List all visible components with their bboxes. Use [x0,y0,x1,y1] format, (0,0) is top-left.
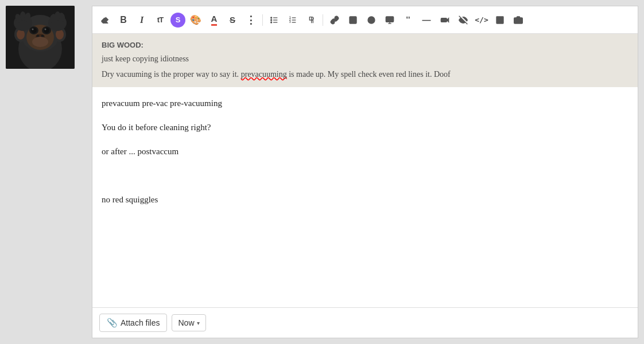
quote-line2-prefix: Dry vacuuming is the proper way to say i… [102,70,241,79]
svg-point-12 [32,29,34,30]
font-color-button[interactable]: A [206,12,222,28]
editor-para-3: or after ... postvaccum [102,144,629,158]
hide-button[interactable] [455,12,471,28]
table-button[interactable] [492,12,508,28]
strikethrough-button[interactable]: S [224,12,240,28]
media-button[interactable] [382,12,398,28]
editor-panel: B I tT S 🎨 A S ⋮ [92,6,638,338]
text-size-button[interactable]: tT [152,12,168,28]
bold-button[interactable]: B [115,12,131,28]
svg-point-11 [44,28,49,33]
italic-button[interactable]: I [134,12,150,28]
page-wrapper: B I tT S 🎨 A S ⋮ [0,0,644,344]
svg-text:3: 3 [289,21,291,24]
editor-para-1: prevacuum pre-vac pre-vacuuming [102,96,629,110]
svg-point-31 [271,22,272,23]
quote-line2-suffix: is made up. My spell check even red line… [287,70,451,79]
svg-point-30 [271,19,272,21]
quote-line-2: Dry vacuuming is the proper way to say i… [102,68,629,80]
eraser-button[interactable] [97,12,113,28]
svg-point-39 [351,18,352,19]
svg-rect-43 [386,17,393,22]
svg-point-53 [517,19,519,22]
style-badge[interactable]: S [170,13,185,28]
separator-1 [262,14,263,26]
divider-button[interactable]: — [418,12,434,28]
svg-point-40 [368,17,375,24]
svg-point-17 [32,37,48,47]
separator-2 [323,14,323,26]
avatar [6,6,75,69]
ordered-list-button[interactable]: 1 2 3 [285,12,301,28]
svg-point-13 [45,29,46,30]
attach-files-button[interactable]: 📎 Attach files [99,314,167,332]
avatar-image [6,6,75,69]
unordered-list-button[interactable] [266,12,282,28]
paperclip-icon: 📎 [107,318,118,328]
editor-para-5: no red squiggles [102,193,629,206]
now-label: Now [178,318,194,327]
svg-rect-48 [496,17,503,24]
camera-button[interactable] [510,12,526,28]
avatar-column [6,6,86,338]
svg-rect-45 [441,18,447,22]
code-button[interactable]: </> [474,12,490,28]
editor-content[interactable]: prevacuum pre-vac pre-vacuuming You do i… [92,87,638,307]
more-options-button[interactable]: ⋮ [243,12,259,28]
quote-block: BIG WOOD: just keep copying idiotness Dr… [92,34,638,87]
quote-squiggly-word: prevacuuming [241,70,287,79]
image-button[interactable] [345,12,361,28]
quote-label: BIG WOOD: [102,41,629,49]
chevron-down-icon: ▾ [197,320,200,326]
svg-point-29 [271,17,272,18]
emoji-button[interactable] [363,12,379,28]
svg-point-10 [31,28,37,33]
editor-para-2: You do it before cleaning right? [102,120,629,134]
editor-footer: 📎 Attach files Now ▾ [92,307,638,338]
attach-files-label: Attach files [121,318,160,327]
video-button[interactable] [437,12,453,28]
toolbar: B I tT S 🎨 A S ⋮ [92,6,638,34]
link-button[interactable] [327,12,343,28]
quote-line-1: just keep copying idiotness [102,53,629,65]
now-button[interactable]: Now ▾ [172,314,205,331]
paint-button[interactable]: 🎨 [188,12,204,28]
paragraph-button[interactable] [303,12,319,28]
quote-button[interactable]: " [400,12,416,28]
editor-para-4 [102,169,629,182]
